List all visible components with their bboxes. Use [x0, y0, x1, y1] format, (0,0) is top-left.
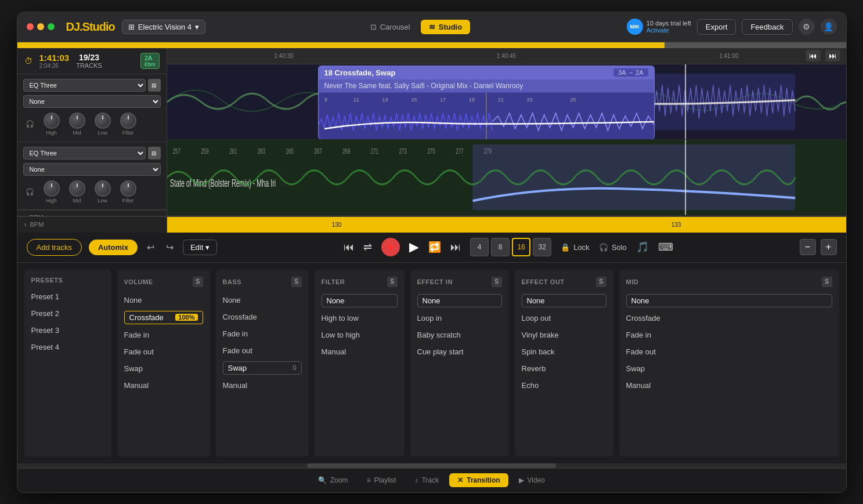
track2-filter-select[interactable]: None — [23, 163, 161, 176]
volume-manual-item[interactable]: Manual — [124, 379, 203, 391]
filter-manual-item[interactable]: Manual — [322, 346, 398, 358]
redo-button[interactable]: ↪ — [164, 240, 176, 255]
effect-out-none-item[interactable]: None — [522, 294, 606, 307]
tab-video[interactable]: ▶ Video — [511, 473, 553, 487]
track1-waveform[interactable]: 18 Crossfade, Swap 3A → 2A Never The Sam… — [167, 64, 846, 140]
bass-none-item[interactable]: None — [223, 294, 302, 306]
lock-button[interactable]: 🔒 Lock — [561, 243, 589, 252]
zoom-in-button[interactable]: + — [821, 239, 837, 255]
effect-in-none-item[interactable]: None — [417, 294, 502, 307]
effect-in-loopin-item[interactable]: Loop in — [417, 312, 502, 324]
play-button[interactable]: ▶ — [409, 240, 419, 255]
track1-high-knob[interactable]: High — [44, 113, 60, 136]
headphones-icon[interactable]: 🎧 — [26, 120, 34, 128]
volume-crossfade-item[interactable]: Crossfade 100% — [124, 311, 203, 324]
track1-eq-select[interactable]: EQ Three — [23, 79, 146, 92]
track2-high-knob[interactable]: High — [44, 180, 60, 204]
filter-htl-item[interactable]: High to low — [322, 312, 398, 324]
effect-out-spin-item[interactable]: Spin back — [522, 346, 606, 358]
close-button[interactable] — [27, 23, 34, 30]
shuffle-button[interactable]: ⇌ — [363, 241, 372, 253]
track2-filter-knob[interactable]: Filter — [120, 180, 136, 204]
beat-16-button[interactable]: 16 — [512, 238, 530, 256]
bass-manual-item[interactable]: Manual — [223, 379, 302, 391]
beat-32-button[interactable]: 32 — [533, 238, 551, 256]
add-tracks-button[interactable]: Add tracks — [27, 239, 82, 256]
keyboard-button[interactable]: ⌨ — [658, 241, 673, 253]
skip-forward-button[interactable]: ⏭ — [825, 50, 840, 61]
tab-playlist[interactable]: ≡ Playlist — [359, 473, 405, 487]
activate-link[interactable]: Activate — [647, 27, 691, 34]
preset2-item[interactable]: Preset 2 — [31, 307, 104, 320]
bass-fadeout-item[interactable]: Fade out — [223, 345, 302, 357]
track1-filter-select[interactable]: None — [23, 95, 161, 108]
transition-popup[interactable]: 18 Crossfade, Swap 3A → 2A Never The Sam… — [318, 66, 655, 140]
headphones2-icon[interactable]: 🎧 — [26, 188, 34, 196]
zoom-out-button[interactable]: − — [800, 239, 816, 255]
preset3-item[interactable]: Preset 3 — [31, 324, 104, 336]
export-button[interactable]: Export — [697, 19, 736, 35]
track1-low-knob[interactable]: Low — [95, 113, 111, 136]
automix-button[interactable]: Automix — [89, 240, 138, 255]
track2-mid-knob[interactable]: Mid — [69, 180, 85, 204]
tab-zoom[interactable]: 🔍 Zoom — [310, 473, 356, 487]
mid-swap-item[interactable]: Swap — [626, 362, 832, 375]
track1-eq-button[interactable]: ▤ — [148, 79, 161, 92]
filter-s-button[interactable]: S — [387, 277, 398, 287]
volume-fadeout-item[interactable]: Fade out — [124, 346, 203, 358]
preset4-item[interactable]: Preset 4 — [31, 341, 104, 353]
solo-button[interactable]: 🎧 Solo — [599, 243, 627, 252]
effect-in-baby-item[interactable]: Baby scratch — [417, 329, 502, 341]
filter-none-item[interactable]: None — [322, 294, 398, 307]
effect-in-cue-item[interactable]: Cue play start — [417, 346, 502, 358]
user-avatar[interactable]: 👤 — [821, 19, 837, 35]
mid-fadeout-item[interactable]: Fade out — [626, 346, 832, 358]
metronome-button[interactable]: 🎵 — [636, 241, 649, 253]
effect-in-s-button[interactable]: S — [492, 277, 502, 287]
project-selector[interactable]: ⊞ Electric Vision 4 ▾ — [122, 20, 205, 34]
volume-none-item[interactable]: None — [124, 294, 203, 306]
feedback-button[interactable]: Feedback — [742, 19, 792, 35]
bottom-scrollbar[interactable] — [17, 463, 846, 468]
skip-back-button[interactable]: ⏮ — [806, 50, 821, 61]
beat-8-button[interactable]: 8 — [491, 238, 510, 256]
studio-view-button[interactable]: ≋ Studio — [421, 20, 470, 34]
effect-out-echo-item[interactable]: Echo — [522, 379, 606, 391]
undo-button[interactable]: ↩ — [145, 240, 157, 255]
effect-out-vinyl-item[interactable]: Vinyl brake — [522, 329, 606, 341]
volume-s-button[interactable]: S — [193, 277, 203, 287]
record-button[interactable] — [381, 238, 400, 256]
bass-swap-item[interactable]: Swap 0 — [223, 361, 302, 375]
bass-crossfade-item[interactable]: Crossfade — [223, 311, 302, 323]
track1-mid-knob[interactable]: Mid — [69, 113, 85, 136]
timeline-progress-bar[interactable] — [17, 42, 846, 48]
volume-fadein-item[interactable]: Fade in — [124, 329, 203, 341]
skip-to-end-button[interactable]: ⏭ — [450, 241, 461, 253]
track2-waveform[interactable]: State of Mind (Bolster Remix) - Mha Iri … — [167, 140, 846, 216]
mid-manual-item[interactable]: Manual — [626, 379, 832, 391]
tab-transition[interactable]: ✕ Transition — [449, 473, 508, 487]
mid-none-item[interactable]: None — [626, 294, 832, 307]
beat-4-button[interactable]: 4 — [470, 238, 489, 256]
minimize-button[interactable] — [37, 23, 44, 30]
effect-out-loopout-item[interactable]: Loop out — [522, 312, 606, 324]
track2-eq-select[interactable]: EQ Three — [23, 147, 146, 159]
preset1-item[interactable]: Preset 1 — [31, 291, 104, 303]
track1-filter-knob[interactable]: Filter — [120, 113, 136, 136]
carousel-view-button[interactable]: ⊡ Carousel — [362, 20, 418, 34]
fullscreen-button[interactable] — [48, 23, 55, 30]
bass-s-button[interactable]: S — [291, 277, 302, 287]
filter-lth-item[interactable]: Low to high — [322, 329, 398, 341]
mid-fadein-item[interactable]: Fade in — [626, 329, 832, 341]
effect-out-s-button[interactable]: S — [596, 277, 606, 287]
bass-fadein-item[interactable]: Fade in — [223, 328, 302, 340]
volume-swap-item[interactable]: Swap — [124, 362, 203, 375]
mid-crossfade-item[interactable]: Crossfade — [626, 312, 832, 324]
tab-track[interactable]: ♪ Track — [407, 473, 447, 487]
track2-low-knob[interactable]: Low — [95, 180, 111, 204]
skip-to-start-button[interactable]: ⏮ — [344, 241, 354, 253]
effect-out-reverb-item[interactable]: Reverb — [522, 362, 606, 375]
bpm-timeline[interactable]: 130 133 — [167, 217, 846, 233]
settings-button[interactable]: ⚙ — [799, 19, 815, 35]
track2-eq-button[interactable]: ▤ — [148, 147, 161, 159]
